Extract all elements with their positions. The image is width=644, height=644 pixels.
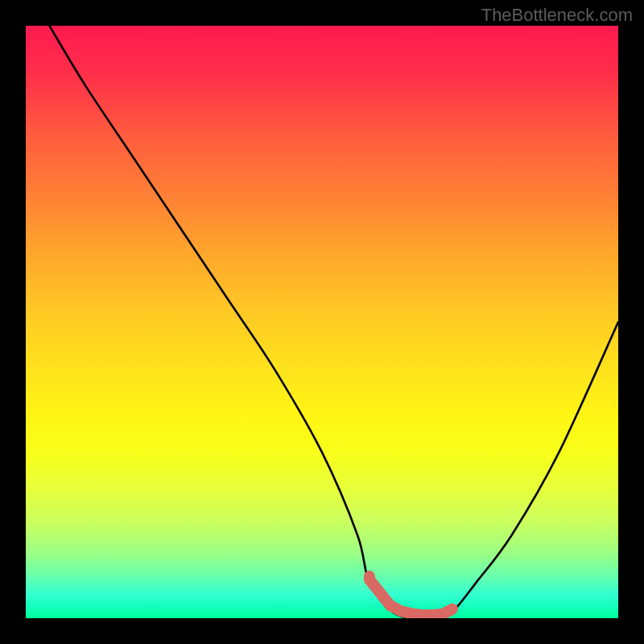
optimal-band-marker — [369, 580, 452, 615]
chart-plot-area — [26, 26, 618, 618]
chart-svg-layer — [26, 26, 618, 618]
bottleneck-curve — [49, 26, 618, 618]
watermark-text: TheBottleneck.com — [481, 5, 633, 26]
optimal-band-start-dot — [364, 571, 375, 582]
